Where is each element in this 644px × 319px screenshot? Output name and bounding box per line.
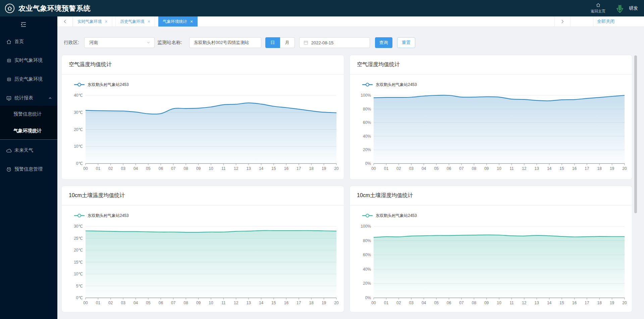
svg-text:07: 07 [171,301,176,305]
svg-text:16: 16 [572,166,577,171]
svg-text:15: 15 [559,166,564,171]
sidebar-item-weather-env-stat[interactable]: 气象环境统计 [0,123,57,139]
svg-text:05: 05 [434,301,439,305]
sidebar-item-history-weather[interactable]: 历史气象环境 [0,72,57,87]
chart-card-soil-temperature: 10cm土壤温度均值统计 东双鹅头村气象站2453 30℃25℃20℃15℃10… [61,186,344,312]
month-toggle-button[interactable]: 月 [280,37,295,48]
svg-text:20℃: 20℃ [74,127,83,132]
svg-text:11: 11 [509,301,514,305]
tab-weather-env-stat[interactable]: 气象环境统计✕ [158,16,198,27]
chart-legend[interactable]: 东双鹅头村气象站2453 [74,81,344,88]
svg-text:00: 00 [83,166,88,171]
svg-text:05: 05 [434,166,439,171]
date-picker[interactable]: 2022-08-15 [299,37,370,48]
svg-text:30℃: 30℃ [74,224,83,229]
tab-realtime-weather[interactable]: 实时气象环境✕ [73,16,112,27]
close-icon[interactable]: ✕ [105,19,108,24]
report-submenu: 预警信息统计 气象环境统计 [0,106,57,140]
region-select[interactable]: 河南 [84,37,155,48]
svg-text:25℃: 25℃ [74,236,83,241]
chart-legend[interactable]: 东双鹅头村气象站2453 [362,212,632,219]
svg-text:05: 05 [146,301,151,305]
svg-text:02: 02 [108,166,113,171]
svg-text:20%: 20% [363,147,371,152]
svg-text:02: 02 [396,166,401,171]
sidebar-item-report[interactable]: 统计报表 [0,90,57,106]
region-label: 行政区: [64,40,79,46]
avatar[interactable] [614,3,626,14]
sidebar-item-warning-manage[interactable]: 预警信息管理 [0,162,57,177]
sidebar-item-future-weather[interactable]: 未来天气 [0,143,57,158]
svg-text:16: 16 [284,301,289,305]
svg-text:60%: 60% [363,120,371,125]
query-button[interactable]: 查询 [375,37,392,48]
sidebar-item-home[interactable]: 首页 [0,34,57,49]
svg-text:04: 04 [133,301,138,305]
station-input[interactable]: 东双鹅头村002号四情监测站 [189,37,261,48]
svg-text:18: 18 [597,166,602,171]
svg-text:11: 11 [221,301,226,305]
chart-title: 空气温度均值统计 [62,55,344,75]
chart-legend[interactable]: 东双鹅头村气象站2453 [362,81,632,88]
chart-title: 10cm土壤湿度均值统计 [350,186,632,206]
svg-text:12: 12 [522,166,527,171]
svg-text:01: 01 [384,301,389,305]
svg-text:19: 19 [322,301,326,305]
tab-history-weather[interactable]: 历史气象环境✕ [115,16,155,27]
sidebar-item-realtime-weather[interactable]: 实时气象环境 [0,53,57,68]
chevron-up-icon [48,96,52,100]
tabs-scroll-left-button[interactable] [57,16,73,27]
chart-title: 空气湿度均值统计 [350,55,632,75]
back-home-button[interactable]: 返回主页 [591,3,605,14]
chart-card-soil-humidity: 10cm土壤湿度均值统计 东双鹅头村气象站2453 100%80%60%40%2… [350,186,632,312]
svg-text:07: 07 [171,166,176,171]
svg-text:18: 18 [309,301,314,305]
realtime-weather-icon [6,58,12,63]
reset-button[interactable]: 重置 [397,37,415,48]
svg-text:40%: 40% [363,267,371,272]
home-icon [596,3,601,7]
close-all-tabs-button[interactable]: 全部关闭 [593,16,644,27]
svg-text:01: 01 [96,301,101,305]
day-toggle-button[interactable]: 日 [265,37,280,48]
svg-text:06: 06 [447,166,451,171]
menu-collapse-button[interactable] [0,16,57,33]
svg-text:20℃: 20℃ [74,248,83,253]
close-icon[interactable]: ✕ [190,19,193,24]
sidebar-menu: 首页 实时气象环境 历史气象环境 统计报表 预警信息统计 气象环境统计 [0,33,57,180]
svg-text:60%: 60% [363,253,371,257]
station-label: 监测站名称: [157,40,182,46]
tabbar: 实时气象环境✕ 历史气象环境✕ 气象环境统计✕ 全部关闭 [57,16,644,27]
user-name[interactable]: 研发 [629,5,638,11]
svg-text:0℃: 0℃ [76,161,83,166]
scrollbar-thumb[interactable] [634,55,637,213]
svg-text:01: 01 [384,166,389,171]
chart-legend[interactable]: 东双鹅头村气象站2453 [74,212,344,219]
svg-text:0℃: 0℃ [76,295,83,300]
svg-text:09: 09 [196,166,201,171]
svg-text:18: 18 [597,301,602,305]
svg-text:17: 17 [585,166,589,171]
chevron-down-icon [147,40,150,45]
svg-text:20: 20 [622,301,627,305]
svg-text:14: 14 [259,301,264,305]
svg-text:02: 02 [108,301,113,305]
svg-text:00: 00 [371,301,376,305]
svg-text:14: 14 [547,166,552,171]
sidebar-item-warning-info-stat[interactable]: 预警信息统计 [0,106,57,123]
svg-text:03: 03 [409,166,414,171]
tabs-scroll-right-button[interactable] [554,16,571,27]
svg-text:02: 02 [396,301,401,305]
alarm-icon [6,167,12,172]
svg-text:20: 20 [334,166,339,171]
svg-text:80%: 80% [363,238,371,243]
line-chart-soil-humidity: 100%80%60%40%20%0%0001020304050607080910… [350,221,632,308]
content-area: 行政区: 河南 监测站名称: 东双鹅头村002号四情监测站 日 月 [57,27,644,319]
svg-text:09: 09 [484,166,489,171]
svg-text:11: 11 [221,166,226,171]
svg-text:16: 16 [284,166,289,171]
svg-text:19: 19 [322,166,326,171]
close-icon[interactable]: ✕ [147,19,150,24]
svg-text:15: 15 [271,166,276,171]
line-chart-air-temperature: 40℃30℃20℃10℃0℃00010203040506070809101112… [62,90,344,174]
